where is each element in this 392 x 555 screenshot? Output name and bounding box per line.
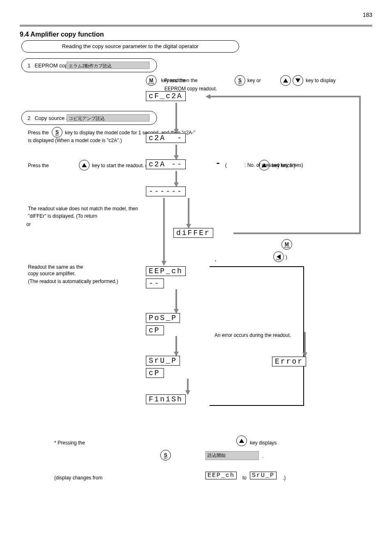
page-number: 183 <box>363 12 372 18</box>
step2-text-b: key to display the model code for 1 seco… <box>65 129 369 136</box>
step1-text-c: key or <box>247 77 261 84</box>
lcd-sru-p: SrU_P <box>146 356 180 366</box>
readout-label2: copy source amplifier. <box>28 270 76 277</box>
error-label: An error occurs during the readout. <box>214 332 291 339</box>
up-key-icon <box>280 75 291 86</box>
bottom2-b: to <box>242 474 247 481</box>
arrow-note2: : No. of pressed key times) <box>244 162 303 168</box>
arrow3 <box>175 171 177 183</box>
loop-v <box>359 96 361 234</box>
step2-text-a: Press the <box>28 129 49 136</box>
bottom-text-c: . <box>262 453 263 459</box>
header-rule <box>20 25 372 27</box>
arrow-error <box>304 332 306 353</box>
shift-left-icon: SHIFT <box>273 251 284 262</box>
bottom-text-a: * Pressing the <box>54 440 85 446</box>
section-title: 9.4 Amplifier copy function <box>20 31 104 38</box>
step1-text-b: key and then the <box>161 77 198 84</box>
bottom2-c: .) <box>283 474 286 481</box>
step2-shade: コピ元アンプ読込 <box>67 114 150 122</box>
arrow2 <box>175 145 177 156</box>
lcd-c2a2: c2A -- <box>146 159 186 169</box>
lcd-dashes: ------ <box>146 187 186 196</box>
step1-shade: エラム2動作カプ読込 <box>67 62 150 69</box>
loop-h2 <box>210 96 361 97</box>
lcd-cp1: cP <box>146 325 164 335</box>
text-or: or <box>26 221 31 228</box>
lcd-eep-ch-small: EEP_ch <box>205 472 237 479</box>
arrow5 <box>175 336 177 352</box>
loop-h1 <box>233 233 361 234</box>
lcd-c2a1: c2A - <box>146 133 186 143</box>
arrow-note: ( <box>225 162 227 168</box>
legend-box: Reading the copy source parameter to the… <box>21 40 239 53</box>
mode-key-icon: MMODE <box>146 75 157 86</box>
arrow6 <box>187 379 189 391</box>
loop-head <box>205 94 210 99</box>
period-marker: . <box>214 254 217 264</box>
lcd-pos-p: PoS_P <box>146 313 180 323</box>
step2-num: 2 <box>28 115 30 121</box>
readout-note: (The readout is automatically performed.… <box>28 278 118 285</box>
arrow-left-branch <box>163 198 165 262</box>
arrow-right-branch <box>188 198 189 225</box>
lcd-cp2: cP <box>146 368 164 378</box>
mode-key-icon-2: MMODE <box>281 239 292 250</box>
set-key-icon-3: SSET <box>160 450 171 461</box>
step1-num: 1 <box>28 62 30 69</box>
text-differ: "diFFEr" is displayed. (To return <box>28 213 97 219</box>
arrow-left-branch-head <box>161 261 166 266</box>
set-key-icon-2: SSET <box>52 127 62 138</box>
text-before-readout: The readout value does not match the mod… <box>28 205 143 212</box>
readout-label1: Readout the same as the <box>28 264 83 270</box>
bottom2-a: (display changes from <box>54 474 102 481</box>
lcd-sru-p-small: SrU_P <box>250 472 277 479</box>
step2-text-c: is displayed (When a model code is "c2A"… <box>28 137 122 144</box>
close-paren: ) <box>286 254 287 260</box>
down-key-icon <box>293 75 303 86</box>
step2-text-d: Press the <box>28 162 49 169</box>
bottom-text-b: key displays <box>250 440 277 446</box>
set-key-icon: SSET <box>235 75 245 86</box>
arrow6-head <box>185 390 190 395</box>
up-key-icon-2 <box>79 160 90 170</box>
lcd-error: Error <box>272 357 306 366</box>
lcd-cf-c2a: cF_c2A <box>146 91 186 101</box>
extending-dash: - <box>215 158 221 168</box>
step1-text-d: key to display <box>306 77 336 84</box>
arrow4 <box>175 289 177 310</box>
lcd-finish: FiniSh <box>146 394 186 404</box>
lcd-dash2: -- <box>146 279 164 288</box>
lcd-differ: diFFEr <box>173 228 213 238</box>
up-key-icon-4 <box>236 435 247 446</box>
lcd-eep-ch: EEP_ch <box>146 266 186 276</box>
arrow1 <box>175 103 177 130</box>
start-box: 読込開始 <box>205 451 259 460</box>
